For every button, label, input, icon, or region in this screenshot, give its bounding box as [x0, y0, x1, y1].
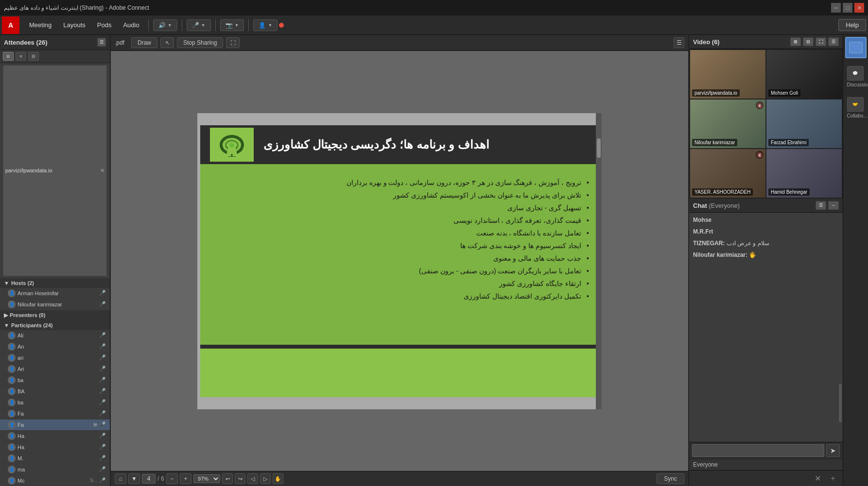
bullet-5: ایجاد کنسرسیوم ها و خوشه بندی شرکت ها	[210, 242, 589, 250]
video-tile-name-4: YASER. ASHOORZADEH	[692, 188, 753, 196]
slide-header: اهداف و برنامه ها؛ دگردیسی دیجیتال کشاور…	[200, 125, 599, 164]
camera-icon: 📷	[226, 22, 233, 29]
stop-sharing-button[interactable]: Stop Sharing	[177, 37, 223, 48]
draw-button[interactable]: Draw	[131, 37, 157, 48]
close-button[interactable]: ✕	[854, 3, 864, 13]
page-number-input[interactable]	[142, 474, 156, 484]
participant-row-11[interactable]: 👤 M. 🎤	[0, 453, 110, 464]
participant-row-10[interactable]: 👤 Ha 🎤	[0, 442, 110, 453]
chat-header: Chat (Everyone) ☰ −	[689, 199, 843, 213]
attendees-options-btn[interactable]: ☰	[97, 38, 106, 47]
chat-options-btn[interactable]: −	[828, 201, 839, 210]
participant-row-8[interactable]: 👤 Fa le 🎤	[0, 419, 110, 431]
presenters-chevron-icon: ▶	[4, 312, 8, 318]
help-button[interactable]: Help	[838, 19, 866, 31]
next-page-btn[interactable]: ▷	[260, 473, 271, 484]
bullet-6: جذب حمایت های مالی و معنوی	[210, 254, 589, 262]
audio-toolbar-btn[interactable]: 🔊 ▼	[153, 19, 177, 31]
video-layout-btn-2[interactable]: ⊟	[803, 37, 814, 46]
participant-row-7[interactable]: 👤 Fa 🎤	[0, 408, 110, 419]
chat-audience-row[interactable]: Everyone	[689, 459, 843, 470]
host-row-niloufar[interactable]: 👤 Niloufar karimiazar 🎤	[0, 299, 110, 310]
discussion-tab-label: Discussion	[847, 82, 868, 87]
menu-pods[interactable]: Pods	[91, 19, 118, 31]
collab-tab[interactable]: 🤝 Collabo...	[845, 93, 867, 122]
scrollbar-thumb[interactable]	[597, 138, 601, 158]
slide-footer	[200, 349, 599, 397]
chat-send-button[interactable]: ➤	[826, 444, 840, 457]
chat-close-btn[interactable]: ✕	[812, 472, 823, 484]
prev-page-btn[interactable]: ◁	[247, 473, 258, 484]
bullet-4: تعامل سازنده با دانشگاه ، بدنه صنعت	[210, 229, 589, 237]
slide-bottom-toolbar: ⌂ ▼ / 6 − + 97% 100% 75% 50% ↩ ↪ ◁ ▷ ✋ S…	[111, 471, 688, 486]
view-detail-btn[interactable]: ⊟	[28, 52, 39, 61]
right-panel-content: Video (6) ⊞ ⊟ ⛶ ☰ parvizi/l	[689, 35, 843, 486]
view-list-btn[interactable]: ≡	[16, 52, 26, 61]
video-title: Video (6)	[693, 38, 720, 46]
slide-logo	[210, 128, 254, 162]
participant-row-13[interactable]: 👤 Mc S... 🎤	[0, 475, 110, 486]
participant-row-0[interactable]: 👤 Ali 🎤	[0, 330, 110, 341]
zoom-out-btn[interactable]: −	[166, 473, 178, 484]
host-row-arman[interactable]: 👤 Arman Hoseinifar 🎤	[0, 288, 110, 299]
host-name-arman: Arman Hoseinifar	[17, 290, 97, 296]
slide-content: اهداف و برنامه ها؛ دگردیسی دیجیتال کشاور…	[200, 125, 599, 397]
participant-row-5[interactable]: 👤 BA 🎤	[0, 386, 110, 397]
fullscreen-icon-btn[interactable]: ⛶	[226, 37, 240, 48]
share-toolbar-btn[interactable]: 👤 ▼	[253, 19, 278, 31]
participant-avatar-0: 👤	[8, 332, 16, 339]
video-expand-btn[interactable]: ⛶	[816, 37, 826, 46]
chat-menu-btn[interactable]: ☰	[816, 201, 826, 210]
chat-sender-0: Mohse	[693, 217, 839, 223]
menu-meeting[interactable]: Meeting	[23, 19, 57, 31]
hand-tool-btn[interactable]: ✋	[273, 473, 283, 484]
menu-layouts[interactable]: Layouts	[57, 19, 91, 31]
chat-scrollbar[interactable]	[839, 384, 842, 422]
forward-btn[interactable]: ↪	[235, 473, 245, 484]
minimize-button[interactable]: ─	[831, 3, 841, 13]
participant-row-12[interactable]: 👤 ma 🎤	[0, 464, 110, 475]
search-clear-btn[interactable]: ✕	[100, 168, 104, 174]
content-menu-btn[interactable]: ☰	[674, 37, 684, 48]
video-layout-btn-1[interactable]: ⊞	[790, 37, 801, 46]
slide-prev-btn[interactable]: ▼	[128, 473, 140, 484]
chat-input[interactable]	[692, 444, 824, 457]
participants-section-header[interactable]: ▼ Participants (24)	[0, 320, 110, 330]
camera-toolbar-btn[interactable]: 📷 ▼	[220, 19, 244, 31]
zoom-in-btn[interactable]: +	[180, 473, 191, 484]
chat-header-icons: ☰ −	[816, 201, 839, 210]
video-tile-2: 🔇 Niloufar karimiazar	[690, 100, 765, 148]
zoom-select[interactable]: 97% 100% 75% 50%	[193, 474, 220, 483]
participant-mic-0: 🎤	[99, 332, 106, 339]
mic-toolbar-btn[interactable]: 🎤 ▼	[187, 19, 211, 31]
participant-row-2[interactable]: 👤 ari 🎤	[0, 352, 110, 364]
participant-row-4[interactable]: 👤 ba 🎤	[0, 375, 110, 386]
participant-row-1[interactable]: 👤 An 🎤	[0, 341, 110, 352]
chat-msg-3: Niloufar karimiazar: 🖐	[693, 251, 839, 258]
video-menu-btn[interactable]: ☰	[828, 37, 839, 46]
maximize-button[interactable]: □	[843, 3, 852, 13]
presenters-section-header[interactable]: ▶ Presenters (0)	[0, 310, 110, 320]
discussion-tab[interactable]: 💬 Discussion	[845, 62, 867, 91]
chat-add-btn[interactable]: ＋	[827, 472, 839, 484]
chat-bottom-icons: ✕ ＋	[689, 470, 843, 486]
hosts-section-header[interactable]: ▼ Hosts (2)	[0, 278, 110, 288]
participant-name-0: Ali	[17, 333, 93, 338]
rewind-btn[interactable]: ↩	[222, 473, 233, 484]
video-header: Video (6) ⊞ ⊟ ⛶ ☰	[689, 35, 843, 49]
chat-msg-1: M.R.Frt	[693, 228, 839, 235]
participant-row-6[interactable]: 👤 ba 🎤	[0, 397, 110, 408]
sync-button[interactable]: Sync	[657, 473, 684, 484]
attendee-search-input[interactable]	[5, 168, 100, 173]
collab-tab-label: Collabo...	[847, 113, 868, 118]
participant-row-9[interactable]: 👤 Ha 🎤	[0, 431, 110, 442]
view-grid-btn[interactable]: ⊞	[3, 52, 14, 61]
sharing-tab[interactable]	[845, 37, 867, 58]
pointer-icon-btn[interactable]: ↖	[160, 37, 174, 48]
vertical-scrollbar[interactable]	[596, 113, 602, 409]
participant-row-3[interactable]: 👤 Ari 🎤	[0, 364, 110, 375]
video-section: Video (6) ⊞ ⊟ ⛶ ☰ parvizi/l	[689, 35, 843, 199]
menu-audio[interactable]: Audio	[117, 19, 145, 31]
slide-home-btn[interactable]: ⌂	[115, 473, 126, 484]
chat-messages: Mohse M.R.Frt TIZNEGAR: سلام و عرض ادب N…	[689, 213, 843, 442]
